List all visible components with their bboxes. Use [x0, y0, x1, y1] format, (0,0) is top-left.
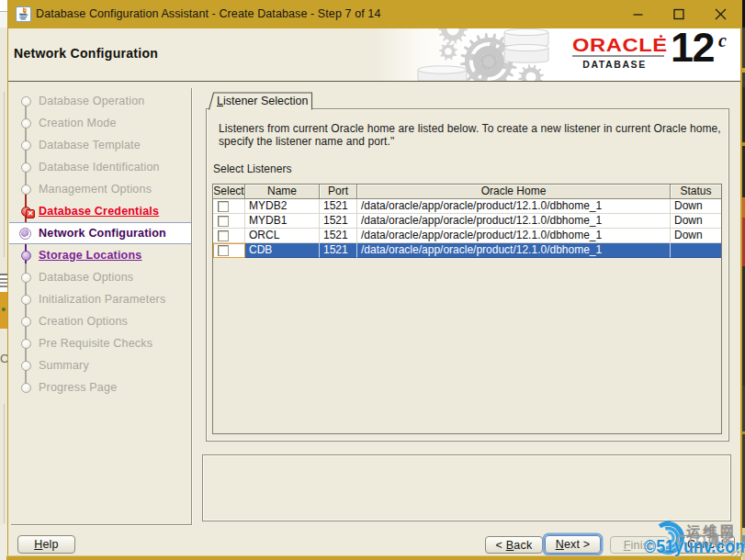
sidebar-step-progress-page: Progress Page [9, 376, 191, 398]
next-button[interactable]: Next > [545, 535, 601, 554]
table-row-cdb[interactable]: CDB1521/data/oracle/app/oracle/product/1… [213, 243, 721, 258]
cell-oracle_home: /data/oracle/app/oracle/product/12.1.0/d… [357, 229, 671, 243]
cell-select[interactable] [213, 229, 245, 243]
cell-name: CDB [245, 243, 320, 258]
sidebar-step-initialization-parameters: Initialization Parameters [9, 288, 191, 310]
minimize-button[interactable] [622, 0, 653, 28]
cell-status: Down [671, 199, 721, 214]
cell-status [671, 243, 721, 258]
select-listeners-label: Select Listeners [213, 162, 291, 175]
step-current-icon [19, 228, 31, 240]
dialog-bottom-border [6, 555, 741, 560]
sidebar-step-network-configuration[interactable]: Network Configuration [9, 222, 191, 244]
tab-label: Listener Selection [217, 95, 308, 107]
step-pending-icon [21, 317, 31, 327]
oracle-edition-mark: c [718, 30, 727, 51]
banner: ORACLE DATABASE 12 c Network Configurati… [8, 28, 740, 81]
step-label: Summary [39, 359, 89, 372]
cell-oracle_home: /data/oracle/app/oracle/product/12.1.0/d… [357, 243, 671, 258]
cancel-button[interactable]: Cancel [676, 535, 735, 554]
column-header-port[interactable]: Port [320, 185, 357, 199]
instruction-text-line2: specify the listener name and port." [219, 135, 394, 148]
step-label: Database Options [39, 271, 133, 284]
step-label: Initialization Parameters [39, 293, 165, 306]
step-label: Network Configuration [39, 227, 166, 240]
sidebar-step-summary: Summary [9, 354, 191, 376]
step-label: Pre Requisite Checks [39, 337, 152, 350]
step-pending-icon [21, 273, 31, 283]
cell-status: Down [671, 214, 721, 229]
step-error-x-icon: ✕ [26, 209, 35, 218]
window-title: Database Configuration Assistant - Creat… [36, 0, 380, 28]
step-visited-icon [21, 251, 31, 261]
oracle-registered-mark [660, 35, 662, 38]
finish-button[interactable]: Finish [610, 536, 669, 554]
oracle-version-number: 12 [671, 28, 714, 72]
cell-select[interactable] [213, 243, 245, 258]
listener-checkbox[interactable] [218, 201, 229, 212]
column-header-select[interactable]: Select [213, 185, 245, 199]
sidebar-step-pre-requisite-checks: Pre Requisite Checks [9, 332, 191, 354]
sidebar-step-management-options: Management Options [9, 178, 191, 200]
table-row-mydb1[interactable]: MYDB11521/data/oracle/app/oracle/product… [213, 214, 721, 229]
sidebar-bottom-border [11, 524, 192, 525]
background-sliver-segment [2, 308, 6, 311]
sidebar-step-storage-locations[interactable]: Storage Locations [9, 244, 191, 266]
cell-port: 1521 [320, 199, 357, 214]
step-pending-icon [21, 361, 31, 371]
step-label: Storage Locations [39, 249, 141, 262]
listener-checkbox[interactable] [218, 216, 229, 227]
step-label: Database Credentials [39, 205, 159, 218]
cell-oracle_home: /data/oracle/app/oracle/product/12.1.0/d… [357, 214, 671, 229]
step-label: Database Template [39, 139, 141, 151]
cell-port: 1521 [320, 243, 357, 258]
wizard-steps-sidebar: Database OperationCreation ModeDatabase … [9, 82, 191, 525]
table-row-mydb2[interactable]: MYDB21521/data/oracle/app/oracle/product… [213, 199, 721, 214]
table-row-orcl[interactable]: ORCL1521/data/oracle/app/oracle/product/… [213, 229, 721, 243]
oracle-brand-text: ORACLE [572, 34, 668, 56]
cell-oracle_home: /data/oracle/app/oracle/product/12.1.0/d… [357, 199, 671, 214]
oracle-logo-rule [572, 55, 664, 57]
sidebar-step-creation-mode: Creation Mode [9, 112, 191, 134]
sidebar-step-database-identification: Database Identification [9, 156, 191, 178]
cell-name: MYDB2 [245, 199, 320, 214]
screen: C [0, 0, 745, 560]
step-pending-icon [21, 118, 31, 129]
page-title: Network Configuration [14, 46, 158, 61]
cell-select[interactable] [213, 214, 245, 229]
step-label: Database Operation [39, 95, 144, 107]
sidebar-step-database-credentials[interactable]: ✕Database Credentials [9, 200, 191, 222]
step-label: Progress Page [39, 381, 117, 394]
column-header-name[interactable]: Name [245, 185, 320, 199]
oracle-database-12c-logo: ORACLE DATABASE 12 c [565, 28, 740, 81]
close-button[interactable] [705, 0, 736, 28]
sidebar-step-database-options: Database Options [9, 266, 191, 288]
cell-name: ORCL [245, 229, 320, 243]
title-bar[interactable]: Database Configuration Assistant - Creat… [8, 0, 740, 28]
cell-status: Down [671, 229, 721, 243]
step-label: Creation Options [39, 315, 128, 328]
cell-port: 1521 [320, 214, 357, 229]
help-button[interactable]: Help [17, 535, 75, 554]
table-header-row: SelectNamePortOracle HomeStatus [213, 185, 721, 199]
listener-checkbox[interactable] [218, 245, 229, 256]
sidebar-step-database-operation: Database Operation [9, 90, 191, 112]
java-application-icon [16, 6, 31, 22]
column-header-status[interactable]: Status [671, 185, 721, 199]
step-pending-icon [21, 383, 31, 393]
maximize-button[interactable] [663, 0, 694, 28]
cell-select[interactable] [213, 199, 245, 214]
step-pending-icon [21, 162, 31, 173]
listener-checkbox[interactable] [218, 230, 229, 241]
tab-listener-selection[interactable]: Listener Selection [205, 92, 317, 109]
background-sliver-segment [0, 274, 7, 292]
sidebar-step-database-template: Database Template [9, 134, 191, 156]
step-label: Creation Mode [39, 117, 117, 129]
cell-name: MYDB1 [245, 214, 320, 229]
dbca-dialog-window: Database Configuration Assistant - Creat… [7, 0, 742, 556]
back-button[interactable]: < Back [485, 536, 543, 554]
step-pending-icon [21, 185, 31, 195]
step-pending-icon [21, 339, 31, 349]
background-sliver-segment [4, 92, 5, 257]
column-header-oracle-home[interactable]: Oracle Home [357, 185, 671, 199]
